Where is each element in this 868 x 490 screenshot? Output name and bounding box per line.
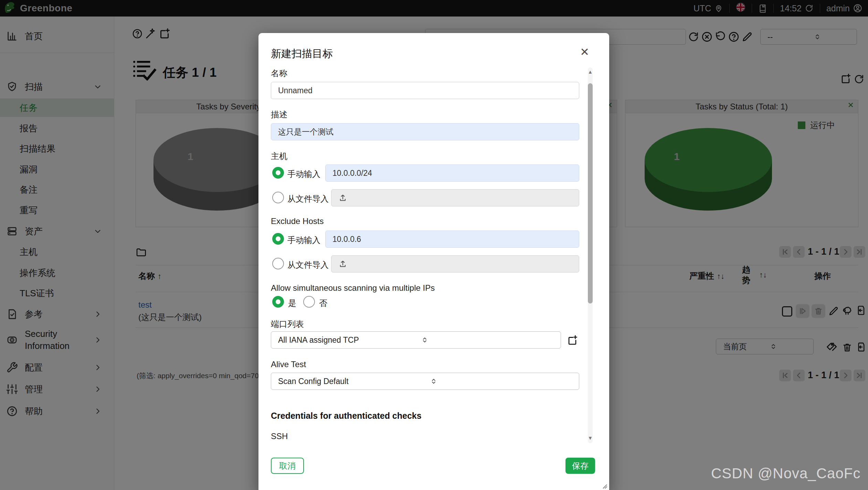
resize-handle[interactable] [601,482,607,489]
greenbone-app: Greenbone UTC 14:52 admin [0,0,868,490]
hosts-file-upload[interactable] [331,189,579,206]
multi-ip-label: Allow simultaneous scanning via multiple… [271,283,435,293]
hosts-file-radio[interactable] [272,192,284,203]
dialog-title: 新建扫描目标 [271,47,333,61]
alive-test-value: Scan Config Default [271,377,423,386]
description-label: 描述 [271,109,287,120]
ssh-label: SSH [271,432,288,441]
new-port-list-icon[interactable] [567,334,578,346]
description-field[interactable] [271,123,579,140]
exclude-file-radio[interactable] [272,258,284,269]
from-file-label: 从文件导入 [287,259,329,270]
hosts-field[interactable] [325,164,579,182]
name-field[interactable] [271,82,579,99]
port-list-select[interactable]: All IANA assigned TCP [271,331,561,349]
no-label: 否 [319,298,327,309]
multi-ip-yes-radio[interactable] [272,296,284,308]
cancel-button[interactable]: 取消 [271,458,304,474]
exclude-manual-radio[interactable] [272,233,284,245]
yes-label: 是 [288,298,296,309]
multi-ip-no-radio[interactable] [303,296,315,308]
scroll-up-icon[interactable]: ▲ [588,69,593,75]
watermark: CSDN @Nova_CaoFc [711,465,860,482]
select-chevrons-icon [423,377,574,385]
exclude-hosts-label: Exclude Hosts [271,216,324,226]
scrollbar-thumb[interactable] [588,83,593,303]
scroll-down-icon[interactable]: ▼ [588,435,593,441]
port-list-value: All IANA assigned TCP [271,335,414,345]
close-icon[interactable]: ✕ [580,45,589,58]
manual-entry-label: 手动输入 [287,169,320,180]
new-target-dialog: 新建扫描目标 ✕ 名称 描述 主机 手动输入 从文件导入 Exclude Hos… [258,33,609,490]
name-label: 名称 [271,68,287,79]
save-button[interactable]: 保存 [565,458,595,474]
alive-test-label: Alive Test [271,360,306,369]
port-list-label: 端口列表 [271,319,304,330]
hosts-label: 主机 [271,151,287,162]
hosts-manual-radio[interactable] [272,167,284,179]
credentials-heading: Credentials for authenticated checks [271,411,422,421]
exclude-file-upload[interactable] [331,255,579,273]
exclude-hosts-field[interactable] [325,231,579,248]
manual-entry-label: 手动输入 [287,235,320,246]
select-chevrons-icon [414,336,556,344]
alive-test-select[interactable]: Scan Config Default [271,373,579,390]
from-file-label: 从文件导入 [287,193,329,204]
